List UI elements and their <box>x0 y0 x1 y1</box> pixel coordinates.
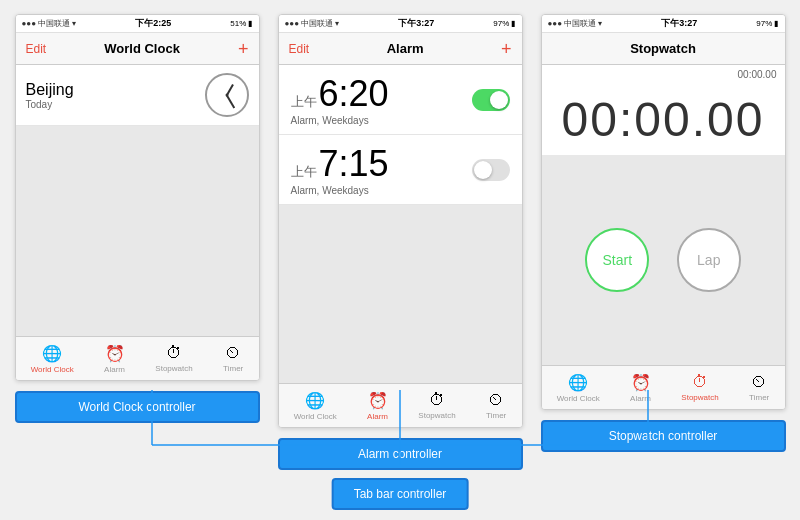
alarm-icon: ⏰ <box>105 344 125 363</box>
stopwatch-icon: ⏱ <box>166 344 182 362</box>
alarm-time-area-2: 上午 7:15 Alarm, Weekdays <box>291 143 389 196</box>
edit-button-worldclock[interactable]: Edit <box>26 42 47 56</box>
tab-worldclock-timer[interactable]: ⏲ Timer <box>223 344 243 373</box>
status-left-worldclock: ●●● 中国联通 ▾ <box>22 18 77 29</box>
alarm-tab-label: Alarm <box>104 365 125 374</box>
alarm-time-area-1: 上午 6:20 Alarm, Weekdays <box>291 73 389 126</box>
status-battery-alarm: 97% ▮ <box>493 19 515 28</box>
city-name: Beijing <box>26 81 74 99</box>
edit-button-alarm[interactable]: Edit <box>289 42 310 56</box>
tab-worldclock-alarm[interactable]: ⏰ Alarm <box>104 344 125 374</box>
clock-face <box>205 73 249 117</box>
empty-list-worldclock <box>16 126 259 336</box>
status-time-sw: 下午3:27 <box>661 17 697 30</box>
nav-bar-alarm: Edit Alarm + <box>279 33 522 65</box>
alarm-prefix-1: 上午 <box>291 93 317 111</box>
city-info: Beijing Today <box>26 81 74 110</box>
tab-worldclock-sw[interactable]: ⏱ Stopwatch <box>155 344 192 373</box>
lap-button[interactable]: Lap <box>677 228 741 292</box>
alarm-phone: ●●● 中国联通 ▾ 下午3:27 97% ▮ Edit Alarm + 上午 … <box>278 14 523 428</box>
city-row-beijing: Beijing Today <box>16 65 259 126</box>
worldclock-icon: 🌐 <box>42 344 62 363</box>
alarm-prefix-2: 上午 <box>291 163 317 181</box>
alarm-label-1: Alarm, Weekdays <box>291 115 389 126</box>
sw-big-time-display: 00:00.00 <box>542 84 785 155</box>
status-bar-worldclock: ●●● 中国联通 ▾ 下午2:25 51% ▮ <box>16 15 259 33</box>
sw-icon-s: ⏱ <box>692 373 708 391</box>
sw-buttons-area: Start Lap <box>542 155 785 365</box>
status-bar-sw: ●●● 中国联通 ▾ 下午3:27 97% ▮ <box>542 15 785 33</box>
alarm-content: 上午 6:20 Alarm, Weekdays 上午 7:15 Alarm, W… <box>279 65 522 383</box>
add-button-alarm[interactable]: + <box>501 40 512 58</box>
status-time-worldclock: 下午2:25 <box>135 17 171 30</box>
status-time-alarm: 下午3:27 <box>398 17 434 30</box>
alarm-empty-area <box>279 205 522 383</box>
worldclock-tab-label: World Clock <box>31 365 74 374</box>
nav-title-alarm: Alarm <box>387 41 424 56</box>
add-button-worldclock[interactable]: + <box>238 40 249 58</box>
stopwatch-tab-label: Stopwatch <box>155 364 192 373</box>
nav-title-sw: Stopwatch <box>630 41 696 56</box>
start-button[interactable]: Start <box>585 228 649 292</box>
worldclock-icon-s: 🌐 <box>568 373 588 392</box>
tab-bar-controller-box: Tab bar controller <box>332 478 469 510</box>
toggle-alarm-1[interactable] <box>472 89 510 111</box>
alarm-time-2: 7:15 <box>319 143 389 185</box>
sw-small-time: 00:00.00 <box>542 65 785 84</box>
alarm-item-2: 上午 7:15 Alarm, Weekdays <box>279 135 522 205</box>
status-bar-alarm: ●●● 中国联通 ▾ 下午3:27 97% ▮ <box>279 15 522 33</box>
status-left-alarm: ●●● 中国联通 ▾ <box>285 18 340 29</box>
nav-title-worldclock: World Clock <box>104 41 180 56</box>
worldclock-content: Beijing Today <box>16 65 259 336</box>
alarm-time-1: 6:20 <box>319 73 389 115</box>
tab-worldclock-wc[interactable]: 🌐 World Clock <box>31 344 74 374</box>
status-battery-sw: 97% ▮ <box>756 19 778 28</box>
timer-tab-label: Timer <box>223 364 243 373</box>
nav-bar-worldclock: Edit World Clock + <box>16 33 259 65</box>
status-battery-worldclock: 51% ▮ <box>230 19 252 28</box>
world-clock-phone: ●●● 中国联通 ▾ 下午2:25 51% ▮ Edit World Clock… <box>15 14 260 381</box>
toggle-alarm-2[interactable] <box>472 159 510 181</box>
alarm-label-2: Alarm, Weekdays <box>291 185 389 196</box>
alarm-item-1: 上午 6:20 Alarm, Weekdays <box>279 65 522 135</box>
min-hand <box>226 95 235 109</box>
sw-content: 00:00.00 00:00.00 Start Lap <box>542 65 785 365</box>
status-left-sw: ●●● 中国联通 ▾ <box>548 18 603 29</box>
alarm-icon-s: ⏰ <box>631 373 651 392</box>
city-sub: Today <box>26 99 74 110</box>
tab-bar-worldclock: 🌐 World Clock ⏰ Alarm ⏱ Stopwatch ⏲ Time… <box>16 336 259 380</box>
timer-icon: ⏲ <box>225 344 241 362</box>
nav-bar-sw: Stopwatch <box>542 33 785 65</box>
timer-icon-s: ⏲ <box>751 373 767 391</box>
stopwatch-phone: ●●● 中国联通 ▾ 下午3:27 97% ▮ Stopwatch 00:00.… <box>541 14 786 410</box>
